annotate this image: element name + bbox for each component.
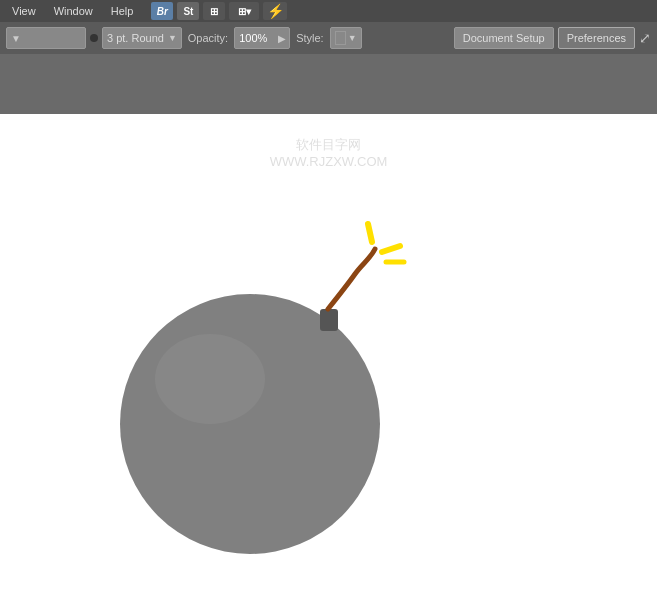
svg-line-4 bbox=[382, 246, 400, 252]
grid-icon[interactable]: ⊞ bbox=[203, 2, 225, 20]
svg-line-3 bbox=[368, 224, 372, 242]
bomb-illustration bbox=[100, 194, 440, 556]
fireworks-icon[interactable]: ⚡ bbox=[263, 2, 287, 20]
workspace-dropdown-icon[interactable]: ⊞▾ bbox=[229, 2, 259, 20]
menu-help[interactable]: Help bbox=[103, 3, 142, 19]
preferences-button[interactable]: Preferences bbox=[558, 27, 635, 49]
stroke-dropdown-arrow: ▼ bbox=[168, 33, 177, 43]
opacity-label: Opacity: bbox=[186, 32, 230, 44]
stroke-dot-indicator bbox=[90, 34, 98, 42]
opacity-input-wrap: ▶ bbox=[234, 27, 290, 49]
toolbar-end-icon[interactable]: ⤢ bbox=[639, 30, 651, 46]
toolbar: ▼ 3 pt. Round ▼ Opacity: ▶ Style: ▼ Docu… bbox=[0, 22, 657, 54]
bridge-icon[interactable]: Br bbox=[151, 2, 173, 20]
stroke-size-label: 3 pt. Round bbox=[107, 32, 164, 44]
document-setup-button[interactable]: Document Setup bbox=[454, 27, 554, 49]
stroke-preset-dropdown[interactable]: ▼ bbox=[6, 27, 86, 49]
menu-app-icons: Br St ⊞ ⊞▾ ⚡ bbox=[151, 2, 287, 20]
svg-rect-2 bbox=[320, 309, 338, 331]
canvas-area[interactable]: 软件目字网 WWW.RJZXW.COM bbox=[0, 114, 657, 611]
style-label: Style: bbox=[294, 32, 326, 44]
watermark-line2: WWW.RJZXW.COM bbox=[270, 154, 388, 169]
style-color-dropdown[interactable]: ▼ bbox=[330, 27, 362, 49]
menu-bar: View Window Help Br St ⊞ ⊞▾ ⚡ bbox=[0, 0, 657, 22]
svg-point-1 bbox=[155, 334, 265, 424]
stroke-size-dropdown[interactable]: 3 pt. Round ▼ bbox=[102, 27, 182, 49]
watermark: 软件目字网 WWW.RJZXW.COM bbox=[270, 136, 388, 169]
watermark-line1: 软件目字网 bbox=[270, 136, 388, 154]
menu-window[interactable]: Window bbox=[46, 3, 101, 19]
panel-strip bbox=[0, 54, 657, 114]
opacity-input[interactable] bbox=[235, 32, 275, 44]
svg-point-0 bbox=[120, 294, 380, 554]
menu-view[interactable]: View bbox=[4, 3, 44, 19]
stock-icon[interactable]: St bbox=[177, 2, 199, 20]
opacity-arrow[interactable]: ▶ bbox=[275, 33, 289, 44]
